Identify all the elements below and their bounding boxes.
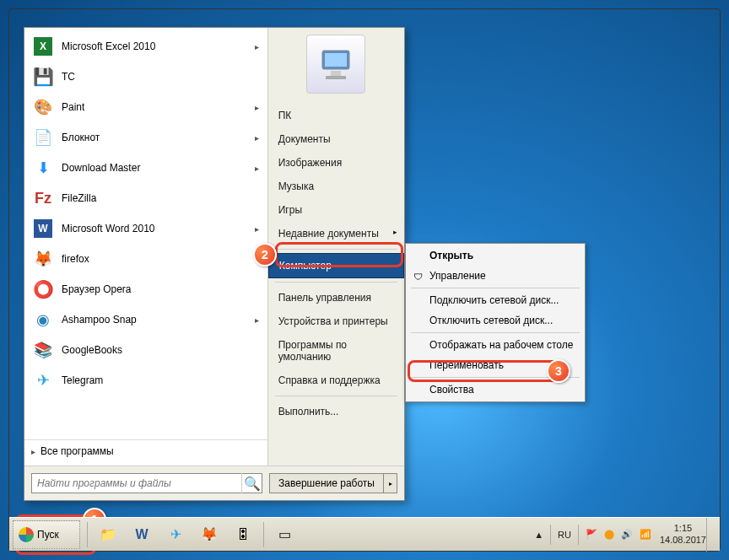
clock-date: 14.08.2017 [660, 535, 706, 546]
places-item[interactable]: Программы по умолчанию [268, 333, 404, 369]
show-desktop[interactable] [706, 518, 715, 552]
places-label: Недавние документы [278, 228, 379, 240]
places-label: Компьютер [279, 260, 332, 272]
places-item[interactable]: Панель управления [268, 286, 404, 310]
places-item[interactable]: Компьютер [268, 253, 404, 278]
program-item-dm[interactable]: ⬇Download Master▸ [24, 153, 267, 183]
tc-icon: 💾 [31, 65, 55, 89]
user-picture[interactable] [306, 35, 365, 94]
svg-rect-3 [326, 76, 346, 79]
program-label: Microsoft Excel 2010 [62, 40, 155, 52]
places-label: Игры [278, 204, 302, 216]
places-item[interactable]: Справка и поддержка [268, 369, 404, 392]
context-item[interactable]: Отображать на рабочем столе [408, 335, 583, 355]
program-label: Paint [62, 101, 84, 113]
program-item-snap[interactable]: ◉Ashampoo Snap▸ [24, 304, 267, 335]
notepad-icon: 📄 [31, 126, 55, 149]
program-label: Download Master [62, 162, 140, 174]
places-label: Устройства и принтеры [278, 315, 388, 327]
program-item-filezilla[interactable]: FzFileZilla [24, 183, 267, 213]
context-item[interactable]: Открыть [408, 245, 583, 266]
program-label: Браузер Opera [62, 283, 132, 295]
tray-clock[interactable]: 1:15 14.08.2017 [660, 523, 706, 545]
start-button[interactable]: Пуск [13, 520, 80, 549]
shutdown-options[interactable]: ▸ [384, 473, 397, 493]
program-item-word[interactable]: WMicrosoft Word 2010▸ [24, 213, 267, 244]
places-item[interactable]: Выполнить... [268, 400, 404, 423]
context-item[interactable]: Переименовать [408, 355, 583, 375]
places-item[interactable]: Недавние документы▸ [268, 222, 404, 245]
chevron-right-icon: ▸ [255, 164, 259, 173]
program-label: Блокнот [62, 132, 100, 143]
taskbar-control[interactable]: 🎛 [228, 522, 258, 547]
context-label: Переименовать [429, 359, 504, 371]
places-item[interactable]: Устройства и принтеры [268, 310, 404, 333]
search-input[interactable] [32, 477, 241, 489]
telegram-icon: ✈ [170, 526, 181, 542]
program-label: Telegram [62, 374, 103, 386]
tray-chevron-icon[interactable]: ▲ [534, 530, 543, 540]
places-label: ПК [278, 110, 292, 121]
svg-rect-2 [331, 71, 341, 76]
taskbar-app[interactable]: ▭ [269, 522, 300, 547]
telegram-icon: ✈ [31, 369, 55, 392]
tray-volume-icon[interactable]: 🔊 [621, 529, 633, 540]
gbooks-icon: 📚 [31, 338, 55, 362]
shield-icon: 🛡 [411, 270, 424, 283]
context-item[interactable]: Свойства [408, 380, 583, 400]
chevron-right-icon: ▸ [255, 103, 259, 112]
program-label: GoogleBooks [62, 344, 122, 356]
start-menu-programs: XMicrosoft Excel 2010▸💾TC🎨Paint▸📄Блокнот… [24, 28, 268, 466]
language-indicator[interactable]: RU [558, 530, 571, 540]
tray-av-icon[interactable]: ⬤ [604, 529, 614, 540]
program-item-opera[interactable]: ⭕Браузер Opera [24, 274, 267, 304]
places-label: Выполнить... [278, 406, 339, 417]
places-item[interactable]: ПК [268, 104, 404, 127]
program-item-telegram[interactable]: ✈Telegram [24, 365, 267, 396]
shutdown-button[interactable]: Завершение работы [269, 473, 384, 493]
places-label: Программы по умолчанию [278, 339, 347, 363]
context-item[interactable]: Подключить сетевой диск... [408, 290, 583, 310]
chevron-right-icon: ▸ [255, 315, 259, 325]
start-menu-places: ПКДокументыИзображенияМузыкаИгрыНедавние… [268, 28, 404, 466]
start-label: Пуск [37, 529, 59, 541]
context-item[interactable]: 🛡Управление [408, 266, 583, 286]
context-menu: Открыть🛡УправлениеПодключить сетевой дис… [405, 243, 586, 402]
computer-icon [316, 44, 356, 84]
taskbar-explorer[interactable]: 📁 [93, 522, 123, 547]
program-item-notepad[interactable]: 📄Блокнот▸ [24, 122, 267, 153]
places-label: Документы [278, 133, 331, 145]
program-label: firefox [62, 253, 89, 265]
program-item-paint[interactable]: 🎨Paint▸ [24, 92, 267, 122]
program-item-gbooks[interactable]: 📚GoogleBooks [24, 335, 267, 365]
places-item[interactable]: Игры [268, 198, 404, 222]
places-label: Справка и поддержка [278, 374, 381, 386]
control-icon: 🎛 [236, 527, 250, 542]
taskbar-firefox[interactable]: 🦊 [194, 522, 224, 547]
filezilla-icon: Fz [31, 186, 55, 210]
system-tray: ▲ RU 🚩 ⬤ 🔊 📶 1:15 14.08.2017 [531, 518, 720, 552]
context-label: Отображать на рабочем столе [429, 339, 573, 351]
places-item[interactable]: Изображения [268, 151, 404, 175]
program-label: Microsoft Word 2010 [62, 223, 155, 234]
search-button[interactable]: 🔍 [241, 473, 262, 493]
context-label: Отключить сетевой диск... [429, 315, 553, 326]
tray-network-icon[interactable]: 📶 [640, 529, 651, 540]
search-icon: 🔍 [244, 476, 261, 492]
context-item[interactable]: Отключить сетевой диск... [408, 310, 583, 331]
tray-flag-icon[interactable]: 🚩 [586, 529, 597, 540]
excel-icon: X [31, 35, 55, 58]
places-item[interactable]: Музыка [268, 175, 404, 198]
program-item-tc[interactable]: 💾TC [24, 62, 267, 92]
program-item-firefox[interactable]: 🦊firefox [24, 244, 267, 274]
firefox-icon: 🦊 [31, 247, 55, 271]
all-programs[interactable]: ▸Все программы [24, 439, 267, 462]
search-box[interactable]: 🔍 [31, 473, 262, 493]
places-item[interactable]: Документы [268, 127, 404, 151]
chevron-right-icon: ▸ [31, 447, 35, 456]
program-item-excel[interactable]: XMicrosoft Excel 2010▸ [24, 31, 267, 62]
taskbar-telegram[interactable]: ✈ [160, 522, 191, 547]
taskbar-word[interactable]: W [127, 522, 157, 547]
word-icon: W [31, 217, 55, 240]
program-label: FileZilla [62, 192, 96, 204]
